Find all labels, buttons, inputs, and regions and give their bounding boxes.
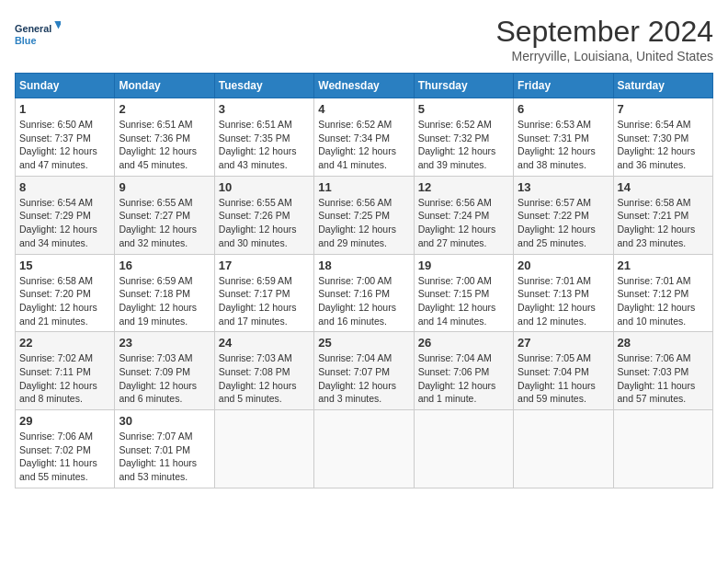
svg-text:General: General	[15, 23, 51, 34]
header-day-thursday: Thursday	[414, 74, 513, 98]
day-number: 14	[618, 180, 709, 194]
day-number: 15	[19, 259, 110, 272]
calendar-cell: 22 Sunrise: 7:02 AM Sunset: 7:11 PM Dayl…	[16, 332, 115, 410]
calendar-week-5: 29 Sunrise: 7:06 AM Sunset: 7:02 PM Dayl…	[16, 410, 713, 488]
month-title: September 2024	[495, 15, 713, 49]
day-number: 27	[518, 336, 609, 350]
calendar-cell: 13 Sunrise: 6:57 AM Sunset: 7:22 PM Dayl…	[514, 176, 613, 254]
calendar-cell: 1 Sunrise: 6:50 AM Sunset: 7:37 PM Dayli…	[16, 98, 115, 177]
day-info: Sunrise: 6:55 AM Sunset: 7:26 PM Dayligh…	[219, 196, 310, 250]
calendar-cell: 28 Sunrise: 7:06 AM Sunset: 7:03 PM Dayl…	[613, 332, 712, 410]
location: Merryville, Louisiana, United States	[495, 49, 713, 63]
day-number: 26	[418, 336, 509, 350]
calendar-cell: 18 Sunrise: 7:00 AM Sunset: 7:16 PM Dayl…	[314, 254, 414, 332]
day-info: Sunrise: 7:00 AM Sunset: 7:16 PM Dayligh…	[318, 274, 409, 328]
day-number: 23	[119, 336, 210, 350]
calendar-cell: 4 Sunrise: 6:52 AM Sunset: 7:34 PM Dayli…	[314, 98, 414, 177]
day-info: Sunrise: 7:03 AM Sunset: 7:09 PM Dayligh…	[119, 351, 210, 406]
day-info: Sunrise: 6:51 AM Sunset: 7:35 PM Dayligh…	[219, 118, 310, 172]
day-number: 12	[418, 180, 509, 194]
day-number: 25	[318, 336, 409, 350]
day-number: 18	[318, 259, 409, 272]
day-info: Sunrise: 7:05 AM Sunset: 7:04 PM Dayligh…	[518, 351, 609, 406]
header-day-monday: Monday	[115, 74, 214, 98]
calendar-cell: 12 Sunrise: 6:56 AM Sunset: 7:24 PM Dayl…	[414, 176, 513, 254]
day-info: Sunrise: 6:54 AM Sunset: 7:29 PM Dayligh…	[19, 196, 110, 250]
day-number: 13	[518, 180, 609, 194]
day-info: Sunrise: 6:59 AM Sunset: 7:18 PM Dayligh…	[119, 274, 210, 328]
day-number: 6	[518, 102, 609, 116]
calendar-cell: 21 Sunrise: 7:01 AM Sunset: 7:12 PM Dayl…	[613, 254, 712, 332]
calendar-cell: 19 Sunrise: 7:00 AM Sunset: 7:15 PM Dayl…	[414, 254, 513, 332]
day-info: Sunrise: 7:01 AM Sunset: 7:12 PM Dayligh…	[618, 274, 709, 328]
calendar-cell: 25 Sunrise: 7:04 AM Sunset: 7:07 PM Dayl…	[314, 332, 414, 410]
day-number: 16	[119, 259, 210, 272]
day-info: Sunrise: 6:56 AM Sunset: 7:25 PM Dayligh…	[318, 196, 409, 250]
calendar-cell: 6 Sunrise: 6:53 AM Sunset: 7:31 PM Dayli…	[514, 98, 613, 177]
day-info: Sunrise: 6:51 AM Sunset: 7:36 PM Dayligh…	[119, 118, 210, 172]
day-info: Sunrise: 6:59 AM Sunset: 7:17 PM Dayligh…	[219, 274, 310, 328]
calendar-cell: 10 Sunrise: 6:55 AM Sunset: 7:26 PM Dayl…	[214, 176, 313, 254]
calendar-cell: 30 Sunrise: 7:07 AM Sunset: 7:01 PM Dayl…	[115, 410, 214, 488]
day-info: Sunrise: 6:52 AM Sunset: 7:32 PM Dayligh…	[418, 118, 509, 172]
svg-text:Blue: Blue	[15, 35, 36, 46]
day-number: 1	[19, 102, 110, 116]
day-info: Sunrise: 7:04 AM Sunset: 7:07 PM Dayligh…	[318, 351, 409, 406]
header-day-sunday: Sunday	[16, 74, 115, 98]
calendar-week-1: 1 Sunrise: 6:50 AM Sunset: 7:37 PM Dayli…	[16, 98, 713, 177]
calendar-cell: 14 Sunrise: 6:58 AM Sunset: 7:21 PM Dayl…	[613, 176, 712, 254]
day-number: 10	[219, 180, 310, 194]
day-info: Sunrise: 7:00 AM Sunset: 7:15 PM Dayligh…	[418, 274, 509, 328]
day-info: Sunrise: 6:54 AM Sunset: 7:30 PM Dayligh…	[618, 118, 709, 172]
header-row: SundayMondayTuesdayWednesdayThursdayFrid…	[16, 74, 713, 98]
day-number: 29	[19, 414, 110, 428]
day-info: Sunrise: 7:06 AM Sunset: 7:03 PM Dayligh…	[618, 351, 709, 406]
calendar-cell	[514, 410, 613, 488]
day-number: 11	[318, 180, 409, 194]
day-info: Sunrise: 6:53 AM Sunset: 7:31 PM Dayligh…	[518, 118, 609, 172]
calendar-cell: 7 Sunrise: 6:54 AM Sunset: 7:30 PM Dayli…	[613, 98, 712, 177]
day-number: 19	[418, 259, 509, 272]
day-number: 22	[19, 336, 110, 350]
calendar-cell: 9 Sunrise: 6:55 AM Sunset: 7:27 PM Dayli…	[115, 176, 214, 254]
day-number: 21	[618, 259, 709, 272]
day-number: 20	[518, 259, 609, 272]
day-info: Sunrise: 6:52 AM Sunset: 7:34 PM Dayligh…	[318, 118, 409, 172]
calendar-cell: 2 Sunrise: 6:51 AM Sunset: 7:36 PM Dayli…	[115, 98, 214, 177]
logo-svg: General Blue	[15, 15, 61, 56]
day-info: Sunrise: 6:55 AM Sunset: 7:27 PM Dayligh…	[119, 196, 210, 250]
calendar-cell	[214, 410, 313, 488]
day-number: 9	[119, 180, 210, 194]
day-number: 17	[219, 259, 310, 272]
day-info: Sunrise: 6:58 AM Sunset: 7:21 PM Dayligh…	[618, 196, 709, 250]
calendar-cell: 16 Sunrise: 6:59 AM Sunset: 7:18 PM Dayl…	[115, 254, 214, 332]
title-block: September 2024 Merryville, Louisiana, Un…	[495, 15, 713, 63]
calendar-cell: 27 Sunrise: 7:05 AM Sunset: 7:04 PM Dayl…	[514, 332, 613, 410]
day-info: Sunrise: 6:58 AM Sunset: 7:20 PM Dayligh…	[19, 274, 110, 328]
day-number: 24	[219, 336, 310, 350]
day-info: Sunrise: 7:07 AM Sunset: 7:01 PM Dayligh…	[119, 430, 210, 484]
calendar-cell: 5 Sunrise: 6:52 AM Sunset: 7:32 PM Dayli…	[414, 98, 513, 177]
day-info: Sunrise: 7:01 AM Sunset: 7:13 PM Dayligh…	[518, 274, 609, 328]
day-number: 4	[318, 102, 409, 116]
header-day-tuesday: Tuesday	[214, 74, 313, 98]
calendar-cell	[414, 410, 513, 488]
day-info: Sunrise: 7:02 AM Sunset: 7:11 PM Dayligh…	[19, 351, 110, 406]
calendar-cell	[613, 410, 712, 488]
calendar-cell: 8 Sunrise: 6:54 AM Sunset: 7:29 PM Dayli…	[16, 176, 115, 254]
day-number: 28	[618, 336, 709, 350]
calendar-cell	[314, 410, 414, 488]
day-info: Sunrise: 6:56 AM Sunset: 7:24 PM Dayligh…	[418, 196, 509, 250]
calendar-week-3: 15 Sunrise: 6:58 AM Sunset: 7:20 PM Dayl…	[16, 254, 713, 332]
day-info: Sunrise: 7:03 AM Sunset: 7:08 PM Dayligh…	[219, 351, 310, 406]
header-day-saturday: Saturday	[613, 74, 712, 98]
day-number: 30	[119, 414, 210, 428]
header-day-friday: Friday	[514, 74, 613, 98]
calendar-week-2: 8 Sunrise: 6:54 AM Sunset: 7:29 PM Dayli…	[16, 176, 713, 254]
calendar-cell: 26 Sunrise: 7:04 AM Sunset: 7:06 PM Dayl…	[414, 332, 513, 410]
day-number: 3	[219, 102, 310, 116]
day-info: Sunrise: 6:57 AM Sunset: 7:22 PM Dayligh…	[518, 196, 609, 250]
logo: General Blue	[15, 15, 61, 56]
svg-marker-2	[54, 21, 61, 29]
day-info: Sunrise: 7:04 AM Sunset: 7:06 PM Dayligh…	[418, 351, 509, 406]
